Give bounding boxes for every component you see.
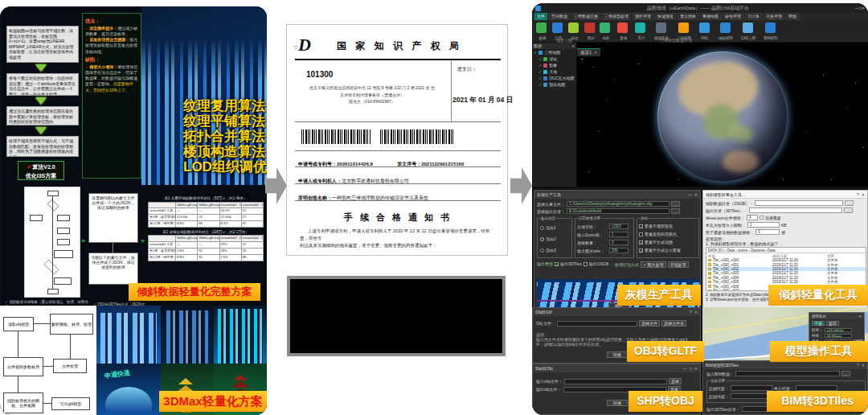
ribbon-tab[interactable]: 云计算 [745,13,762,20]
table-2: 3dtiles-gltf-exp（优化前）3dtiles-gltf-explor… [148,235,264,261]
convert-button[interactable]: 转换 [607,400,628,406]
layer-item[interactable]: ✓OGC瓦片地图 [532,75,576,81]
zoom-min-input[interactable]: 1 [609,232,628,237]
help-button[interactable]: ? [857,192,859,197]
levels-input[interactable]: 3 [609,240,628,245]
layer-item[interactable]: ✓预设地图 [532,81,576,88]
ribbon-tab[interactable]: 文件 [534,13,547,20]
checkbox-icon[interactable]: ✓ [555,262,559,266]
check-icon: ✓ [85,26,88,31]
close-button[interactable]: ✕ [862,363,865,368]
select-file-button[interactable]: 选择文件 [639,320,660,327]
browse-button[interactable]: 选择 [669,378,682,384]
checkbox-icon[interactable] [760,216,764,220]
close-button[interactable]: ✕ [694,310,698,314]
layer-item[interactable]: ✓绿化 [532,55,576,62]
browse-button[interactable]: … [841,371,850,376]
radio-icon[interactable] [540,249,544,253]
texture-limit-input[interactable]: 1 [747,222,780,228]
browse-button[interactable]: … [844,208,853,213]
close-icon[interactable]: ✕ [571,44,575,48]
vector-file-input[interactable]: C:/Users/xxl/Desktop/yizhuangbim/yizhuan… [567,201,669,207]
maximize-button[interactable]: □ [690,366,692,371]
browse-button[interactable]: … [671,208,680,214]
banner-3dmax-plan: 3DMax轻量化方案 [159,391,267,412]
checkbox-icon[interactable]: ✓ [639,224,643,228]
check-icon: ✓ [85,37,88,42]
ribbon-tab[interactable]: 显示特效 [678,13,698,20]
help-button[interactable]: ? [857,363,859,368]
arrow-down-icon [35,97,47,105]
output-dir-input[interactable]: E:/GLtools/vsh/build [567,208,669,214]
compress-process-button[interactable]: 压缩处理 [668,261,689,268]
close-button[interactable]: ✕ [694,366,698,371]
rotate-tab[interactable]: 旋转 [826,321,839,326]
translate-tab[interactable]: 平移 [812,321,825,326]
convert-button[interactable]: 转换 [607,351,628,358]
algo-line: 拓扑合并算法 [183,129,267,144]
radio-icon[interactable] [540,226,544,230]
sparkle-icon: ✳ [81,238,86,244]
ribbon-tab[interactable]: 空间数据 [549,13,570,20]
layer-item[interactable]: ✓天地 [532,68,576,75]
image-process-button[interactable]: ✓ 图片处理 [641,261,666,268]
flow-connector [34,323,50,324]
globe-viewport[interactable]: 场景1✕ [577,43,868,187]
close-button[interactable]: ✕ [862,6,865,10]
lon-input[interactable]: 116.39032 [825,328,852,332]
lat-input[interactable]: 39.90122 [825,334,852,338]
shp-input[interactable] [564,379,667,384]
algorithm-list-overlay: 纹理复用算法 纹理平铺算法 拓扑合并算法 楼顶构造算法 LOD组织调优 [183,98,267,175]
checkbox-icon[interactable]: ✓ [639,249,643,253]
radio-icon[interactable] [540,237,544,241]
ribbon-tab[interactable]: 测区管理 [633,13,653,20]
scene-tab[interactable]: 场景1✕ [577,48,600,56]
merge-level-input[interactable]: 4 [747,215,758,220]
minimize-button[interactable]: — [688,192,692,197]
obj-file-input[interactable] [557,321,637,327]
close-button[interactable]: ✕ [858,314,862,318]
tiles-dir-input[interactable] [749,208,842,213]
minimize-button[interactable]: — [683,366,687,371]
select-folder-button[interactable]: 选择文件夹 [661,320,686,327]
lon-end-input[interactable] [796,385,837,391]
divider [295,200,501,201]
algo-line: 纹理平铺算法 [183,113,267,129]
bim-input[interactable] [735,371,840,376]
help-button[interactable]: ? [690,310,692,314]
lon-start-input[interactable] [731,385,772,391]
dialog-title: 灰模生产工具 [537,192,561,197]
checkbox-icon[interactable] [639,232,643,236]
max-size-input[interactable]: 256 [609,248,628,253]
ribbon-tab[interactable]: 帮助 [786,13,799,20]
rebuild-levels-input[interactable]: 3 [755,229,780,235]
explorer-path[interactable]: DATA (D:) › Data › scene › Dayanta › Dat… [706,248,866,253]
algorithm-version-box: ✔算法V2.0优化I3S方案 [18,161,64,180]
divider [295,121,501,122]
lod-params-group: LOD参数设置 分块字段：LOD3 最小Zoom级：1 层级数量：3 最大图片s… [575,218,634,258]
ribbon-tab[interactable]: 三维数据交换 [571,13,600,20]
checkbox-icon[interactable] [583,262,588,266]
ribbon-tab[interactable]: 快速预览 [655,13,676,20]
toolbar-button[interactable]: BIM模型 [762,22,780,40]
checkbox-icon[interactable]: ✓ [639,240,643,244]
ribbon-tab[interactable]: 三维模型处理 [602,13,631,20]
flow-box: 写出gltf模型 [51,397,90,410]
divider [295,150,501,151]
barcode [380,129,454,144]
folder-icon [708,285,711,288]
close-button[interactable]: ✕ [862,192,865,197]
lod-field-input[interactable]: LOD3 [609,224,628,229]
close-button[interactable]: ✕ [694,192,698,197]
layer-item[interactable]: ✓影像 [532,62,576,68]
flow-step-1: 根据贴图uv坐标与纹理平铺次数，设置顶点纹理坐标，坐标范围0~n(n>1)，设置… [6,26,79,63]
browse-button[interactable]: … [671,201,680,207]
banner-bim2tiles: BIM转3DTIles [767,391,868,412]
ribbon-tab[interactable]: 量测绘图 [700,13,721,20]
layer-root[interactable]: ✓三维地图 [532,49,576,55]
close-icon[interactable]: ✕ [594,51,597,55]
ribbon-tab[interactable]: 任务管理 [764,13,784,20]
ribbon-tab[interactable]: 标绘管理 [723,13,743,20]
osgb-dir-input[interactable] [755,200,843,206]
browse-button[interactable]: … [845,200,854,206]
